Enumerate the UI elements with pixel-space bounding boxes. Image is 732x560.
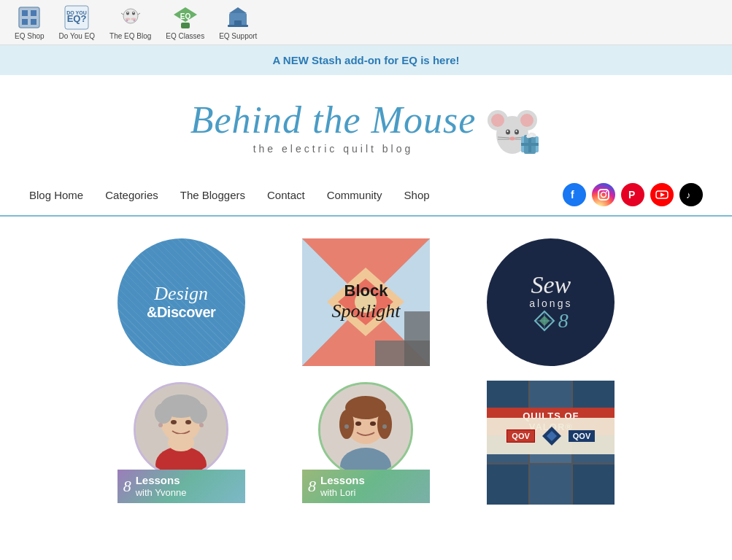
- block-spotlight-text: Block Spotlight: [332, 282, 401, 322]
- svg-marker-23: [229, 7, 247, 13]
- svg-point-35: [509, 137, 515, 141]
- svg-point-75: [171, 420, 177, 424]
- svg-line-15: [121, 13, 123, 15]
- svg-point-29: [491, 114, 504, 127]
- svg-rect-2: [31, 10, 36, 16]
- nav-blog-home[interactable]: Blog Home: [29, 189, 83, 201]
- svg-line-16: [138, 13, 140, 15]
- instagram-icon[interactable]: [592, 183, 615, 206]
- block-spotlight-line1: Block: [344, 282, 388, 300]
- svg-text:P: P: [628, 189, 635, 201]
- lori-photo: [318, 382, 413, 477]
- svg-marker-53: [660, 192, 665, 197]
- svg-point-30: [520, 114, 533, 127]
- sew-alongs-line1: Sew: [531, 273, 571, 298]
- announcement-banner[interactable]: A NEW Stash add-on for EQ is here!: [0, 45, 732, 75]
- mouse-logo: [483, 93, 542, 161]
- support-icon: [225, 4, 251, 31]
- svg-text:♪: ♪: [686, 190, 691, 201]
- svg-point-87: [370, 421, 376, 426]
- nav-eq-classes[interactable]: EQ EQ Classes: [166, 4, 204, 40]
- site-title: Behind the Mouse: [190, 99, 476, 141]
- sew-alongs-card[interactable]: Sew alongs 8: [487, 238, 615, 366]
- classes-icon: EQ: [172, 4, 199, 31]
- block-spotlight-card[interactable]: Block Spotlight: [302, 238, 430, 366]
- design-discover-line1: Design: [154, 284, 208, 305]
- svg-rect-25: [228, 25, 248, 27]
- svg-point-46: [530, 134, 533, 137]
- svg-text:EQ: EQ: [180, 12, 191, 20]
- lori-label: Lessons with Lori: [320, 474, 365, 499]
- svg-point-8: [123, 9, 138, 23]
- yvonne-banner: 8 Lessons with Yvonne: [117, 470, 245, 503]
- svg-text:f: f: [571, 189, 574, 201]
- svg-point-78: [199, 423, 204, 427]
- nav-the-eq-blog[interactable]: The EQ Blog: [109, 4, 151, 40]
- content-grid: Design &Discover: [38, 217, 695, 526]
- nav-contact[interactable]: Contact: [267, 189, 305, 201]
- svg-point-88: [344, 424, 349, 429]
- svg-point-89: [382, 424, 387, 429]
- block-spotlight-line2: Spotlight: [332, 300, 401, 322]
- lessons-lori-card[interactable]: 8 Lessons with Lori: [302, 382, 430, 503]
- design-discover-line2: &Discover: [147, 304, 215, 321]
- svg-rect-1: [22, 10, 28, 16]
- nav-shop[interactable]: Shop: [404, 189, 430, 201]
- nav-the-bloggers[interactable]: The Bloggers: [180, 189, 245, 201]
- qov-logo2: QOV: [569, 430, 595, 442]
- svg-point-49: [601, 192, 606, 198]
- design-discover-card[interactable]: Design &Discover: [117, 238, 245, 366]
- svg-marker-65: [404, 311, 430, 366]
- facebook-icon[interactable]: f: [563, 183, 586, 206]
- lori-portrait: [320, 384, 411, 475]
- sew-alongs-quilt-icon: [533, 310, 555, 332]
- yvonne-portrait: [136, 384, 226, 475]
- svg-point-12: [133, 12, 134, 13]
- lori-eq-number: 8: [308, 477, 316, 496]
- logo-text: Behind the Mouse the electric quilt blog: [190, 99, 476, 154]
- top-navigation: EQ Shop DO YOU EQ? Do You EQ: [0, 0, 732, 45]
- nav-eq-support[interactable]: EQ Support: [219, 4, 257, 40]
- svg-rect-43: [528, 136, 531, 152]
- svg-point-80: [168, 434, 194, 451]
- nav-links: Blog Home Categories The Bloggers Contac…: [29, 189, 430, 201]
- svg-point-73: [155, 403, 172, 424]
- svg-rect-21: [181, 23, 190, 28]
- svg-point-77: [158, 423, 163, 427]
- svg-point-74: [190, 403, 207, 424]
- sew-alongs-line2: alongs: [529, 298, 572, 309]
- nav-do-you-eq[interactable]: DO YOU EQ? Do You EQ: [59, 4, 95, 40]
- site-subtitle: the electric quilt blog: [253, 143, 414, 155]
- doyoueq-icon: DO YOU EQ?: [63, 4, 90, 31]
- yvonne-photo: [134, 382, 228, 477]
- svg-rect-4: [31, 19, 36, 25]
- quilts-valor-card[interactable]: QUILTS OF VALOR® QOV QOV: [487, 381, 615, 505]
- block-spotlight-item[interactable]: Block Spotlight: [281, 238, 451, 366]
- quilts-valor-overlay: QOV QOV: [487, 418, 615, 454]
- svg-point-50: [606, 191, 607, 192]
- lessons-yvonne-card[interactable]: 8 Lessons with Yvonne: [117, 382, 245, 503]
- quilts-valor-item[interactable]: QUILTS OF VALOR® QOV QOV: [466, 381, 636, 505]
- nav-categories[interactable]: Categories: [105, 189, 158, 201]
- sew-alongs-item[interactable]: Sew alongs 8: [466, 238, 636, 366]
- qov-quilt-logo: [541, 425, 563, 447]
- svg-point-76: [185, 420, 191, 424]
- lessons-yvonne-item[interactable]: 8 Lessons with Yvonne: [96, 381, 266, 505]
- lori-banner: 8 Lessons with Lori: [302, 470, 430, 503]
- youtube-icon[interactable]: [650, 183, 674, 206]
- mouse-illustration: [483, 93, 542, 158]
- design-discover-item[interactable]: Design &Discover: [96, 238, 266, 366]
- yvonne-label: Lessons with Yvonne: [136, 474, 187, 499]
- nav-eq-shop[interactable]: EQ Shop: [15, 4, 45, 40]
- logo-area: Behind the Mouse the electric quilt blog: [0, 75, 732, 168]
- pinterest-icon[interactable]: P: [621, 183, 644, 206]
- svg-text:EQ?: EQ?: [67, 13, 87, 24]
- social-icons-group: f P ♪: [563, 183, 703, 206]
- svg-point-18: [133, 20, 135, 22]
- svg-point-11: [127, 12, 128, 13]
- qov-logo1: QOV: [506, 429, 534, 443]
- svg-rect-48: [598, 190, 609, 200]
- lessons-lori-item[interactable]: 8 Lessons with Lori: [281, 381, 451, 505]
- nav-community[interactable]: Community: [327, 189, 382, 201]
- tiktok-icon[interactable]: ♪: [679, 183, 703, 206]
